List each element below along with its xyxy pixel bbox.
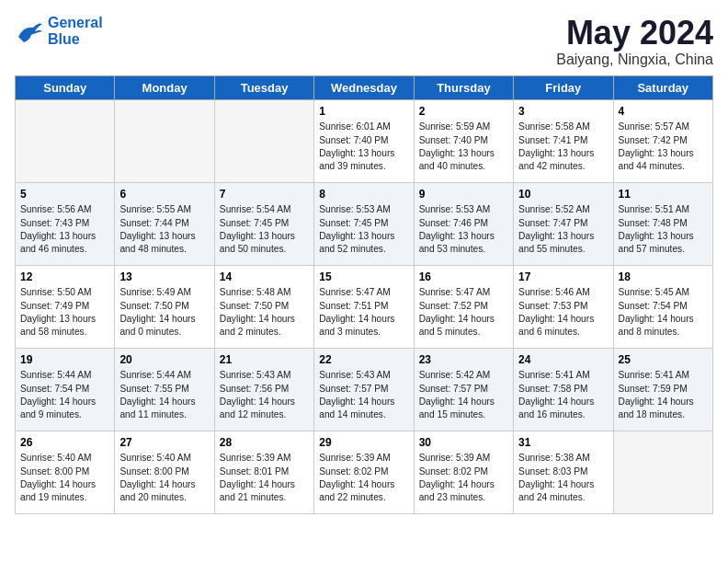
day-number: 20	[119, 352, 209, 368]
day-number: 19	[20, 352, 109, 368]
day-info: Sunrise: 5:41 AM Sunset: 7:59 PM Dayligh…	[619, 369, 708, 421]
day-info: Sunrise: 6:01 AM Sunset: 7:40 PM Dayligh…	[319, 121, 408, 173]
calendar-cell: 9Sunrise: 5:53 AM Sunset: 7:46 PM Daylig…	[414, 182, 513, 265]
weekday-header: Monday	[115, 75, 214, 99]
day-number: 15	[319, 270, 408, 285]
day-info: Sunrise: 5:41 AM Sunset: 7:58 PM Dayligh…	[518, 369, 608, 421]
day-number: 21	[220, 352, 309, 368]
calendar-cell: 31Sunrise: 5:38 AM Sunset: 8:03 PM Dayli…	[514, 431, 613, 513]
month-title: May 2024	[556, 15, 713, 52]
calendar-cell: 18Sunrise: 5:45 AM Sunset: 7:54 PM Dayli…	[613, 265, 712, 348]
day-number: 9	[419, 187, 508, 202]
day-info: Sunrise: 5:42 AM Sunset: 7:57 PM Dayligh…	[419, 369, 508, 421]
day-info: Sunrise: 5:50 AM Sunset: 7:49 PM Dayligh…	[20, 286, 109, 339]
calendar-week-row: 26Sunrise: 5:40 AM Sunset: 8:00 PM Dayli…	[16, 431, 713, 513]
day-info: Sunrise: 5:44 AM Sunset: 7:54 PM Dayligh…	[20, 369, 109, 421]
calendar-cell: 29Sunrise: 5:39 AM Sunset: 8:02 PM Dayli…	[314, 431, 414, 513]
day-number: 2	[419, 104, 508, 120]
calendar-week-row: 1Sunrise: 6:01 AM Sunset: 7:40 PM Daylig…	[16, 99, 713, 182]
weekday-header: Thursday	[414, 75, 513, 99]
day-info: Sunrise: 5:39 AM Sunset: 8:01 PM Dayligh…	[220, 452, 309, 504]
page-header: General Blue May 2024 Baiyang, Ningxia, …	[15, 15, 713, 68]
weekday-header: Friday	[514, 75, 613, 99]
day-info: Sunrise: 5:43 AM Sunset: 7:56 PM Dayligh…	[220, 369, 309, 421]
calendar-cell: 5Sunrise: 5:56 AM Sunset: 7:43 PM Daylig…	[16, 182, 115, 265]
day-number: 29	[319, 435, 408, 451]
calendar-cell: 17Sunrise: 5:46 AM Sunset: 7:53 PM Dayli…	[514, 265, 613, 348]
calendar-table: SundayMondayTuesdayWednesdayThursdayFrid…	[15, 75, 713, 514]
calendar-cell: 15Sunrise: 5:47 AM Sunset: 7:51 PM Dayli…	[314, 265, 414, 348]
day-info: Sunrise: 5:59 AM Sunset: 7:40 PM Dayligh…	[419, 121, 508, 173]
location-title: Baiyang, Ningxia, China	[556, 52, 713, 68]
day-info: Sunrise: 5:58 AM Sunset: 7:41 PM Dayligh…	[518, 121, 608, 173]
calendar-cell: 26Sunrise: 5:40 AM Sunset: 8:00 PM Dayli…	[16, 431, 115, 513]
day-info: Sunrise: 5:40 AM Sunset: 8:00 PM Dayligh…	[20, 452, 109, 504]
day-number: 1	[319, 104, 408, 120]
day-number: 12	[20, 270, 109, 285]
calendar-cell: 24Sunrise: 5:41 AM Sunset: 7:58 PM Dayli…	[514, 348, 613, 431]
title-block: May 2024 Baiyang, Ningxia, China	[556, 15, 713, 68]
calendar-cell: 4Sunrise: 5:57 AM Sunset: 7:42 PM Daylig…	[613, 99, 712, 182]
day-info: Sunrise: 5:47 AM Sunset: 7:52 PM Dayligh…	[419, 286, 508, 339]
day-info: Sunrise: 5:43 AM Sunset: 7:57 PM Dayligh…	[319, 369, 408, 421]
calendar-cell: 12Sunrise: 5:50 AM Sunset: 7:49 PM Dayli…	[16, 265, 115, 348]
day-number: 3	[518, 104, 608, 120]
day-info: Sunrise: 5:39 AM Sunset: 8:02 PM Dayligh…	[319, 452, 408, 504]
day-number: 24	[518, 352, 608, 368]
day-number: 14	[220, 270, 309, 285]
day-number: 8	[319, 187, 408, 202]
weekday-header: Wednesday	[314, 75, 414, 99]
day-info: Sunrise: 5:56 AM Sunset: 7:43 PM Dayligh…	[20, 203, 109, 256]
calendar-cell: 16Sunrise: 5:47 AM Sunset: 7:52 PM Dayli…	[414, 265, 513, 348]
day-info: Sunrise: 5:51 AM Sunset: 7:48 PM Dayligh…	[619, 203, 708, 256]
day-number: 13	[119, 270, 209, 285]
calendar-cell	[16, 99, 115, 182]
calendar-cell: 27Sunrise: 5:40 AM Sunset: 8:00 PM Dayli…	[115, 431, 214, 513]
day-number: 10	[518, 187, 608, 202]
calendar-cell: 1Sunrise: 6:01 AM Sunset: 7:40 PM Daylig…	[314, 99, 414, 182]
logo: General Blue	[15, 15, 103, 48]
day-number: 28	[220, 435, 309, 451]
day-info: Sunrise: 5:54 AM Sunset: 7:45 PM Dayligh…	[220, 203, 309, 256]
calendar-cell: 28Sunrise: 5:39 AM Sunset: 8:01 PM Dayli…	[214, 431, 313, 513]
day-info: Sunrise: 5:57 AM Sunset: 7:42 PM Dayligh…	[619, 121, 708, 173]
day-info: Sunrise: 5:47 AM Sunset: 7:51 PM Dayligh…	[319, 286, 408, 339]
calendar-cell: 20Sunrise: 5:44 AM Sunset: 7:55 PM Dayli…	[115, 348, 214, 431]
day-info: Sunrise: 5:49 AM Sunset: 7:50 PM Dayligh…	[119, 286, 209, 339]
day-info: Sunrise: 5:40 AM Sunset: 8:00 PM Dayligh…	[119, 452, 209, 504]
logo-icon	[15, 18, 44, 44]
calendar-cell	[214, 99, 313, 182]
day-info: Sunrise: 5:46 AM Sunset: 7:53 PM Dayligh…	[518, 286, 608, 339]
day-info: Sunrise: 5:52 AM Sunset: 7:47 PM Dayligh…	[518, 203, 608, 256]
calendar-cell: 14Sunrise: 5:48 AM Sunset: 7:50 PM Dayli…	[214, 265, 313, 348]
weekday-header: Tuesday	[214, 75, 313, 99]
calendar-cell: 30Sunrise: 5:39 AM Sunset: 8:02 PM Dayli…	[414, 431, 513, 513]
day-info: Sunrise: 5:45 AM Sunset: 7:54 PM Dayligh…	[619, 286, 708, 339]
calendar-week-row: 5Sunrise: 5:56 AM Sunset: 7:43 PM Daylig…	[16, 182, 713, 265]
day-number: 18	[619, 270, 708, 285]
day-number: 17	[518, 270, 608, 285]
calendar-cell: 8Sunrise: 5:53 AM Sunset: 7:45 PM Daylig…	[314, 182, 414, 265]
day-number: 30	[419, 435, 508, 451]
calendar-cell: 25Sunrise: 5:41 AM Sunset: 7:59 PM Dayli…	[613, 348, 712, 431]
calendar-week-row: 19Sunrise: 5:44 AM Sunset: 7:54 PM Dayli…	[16, 348, 713, 431]
calendar-cell: 13Sunrise: 5:49 AM Sunset: 7:50 PM Dayli…	[115, 265, 214, 348]
day-number: 25	[619, 352, 708, 368]
day-info: Sunrise: 5:44 AM Sunset: 7:55 PM Dayligh…	[119, 369, 209, 421]
weekday-header: Sunday	[16, 75, 115, 99]
day-info: Sunrise: 5:39 AM Sunset: 8:02 PM Dayligh…	[419, 452, 508, 504]
day-number: 4	[619, 104, 708, 120]
calendar-cell: 22Sunrise: 5:43 AM Sunset: 7:57 PM Dayli…	[314, 348, 414, 431]
day-info: Sunrise: 5:48 AM Sunset: 7:50 PM Dayligh…	[220, 286, 309, 339]
calendar-cell: 2Sunrise: 5:59 AM Sunset: 7:40 PM Daylig…	[414, 99, 513, 182]
day-number: 31	[518, 435, 608, 451]
weekday-header: Saturday	[613, 75, 712, 99]
calendar-cell: 19Sunrise: 5:44 AM Sunset: 7:54 PM Dayli…	[16, 348, 115, 431]
calendar-cell	[115, 99, 214, 182]
day-number: 6	[119, 187, 209, 202]
calendar-week-row: 12Sunrise: 5:50 AM Sunset: 7:49 PM Dayli…	[16, 265, 713, 348]
calendar-cell: 3Sunrise: 5:58 AM Sunset: 7:41 PM Daylig…	[514, 99, 613, 182]
day-number: 22	[319, 352, 408, 368]
day-number: 23	[419, 352, 508, 368]
day-number: 16	[419, 270, 508, 285]
